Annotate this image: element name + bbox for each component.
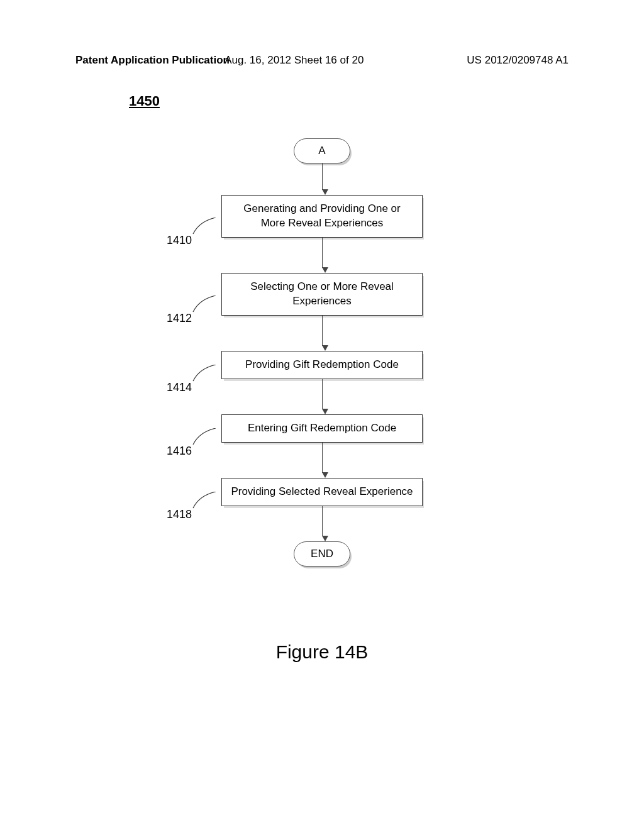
page-header: Patent Application Publication Aug. 16, … <box>0 54 644 67</box>
reference-leader <box>192 428 216 446</box>
flowchart: A Generating and Providing One or More R… <box>0 138 644 567</box>
header-date-sheet: Aug. 16, 2012 Sheet 16 of 20 <box>225 54 364 67</box>
reference-number: 1414 <box>167 381 192 394</box>
process-text: Selecting One or More Reveal Experiences <box>250 280 394 307</box>
process-step: Providing Selected Reveal Experience <box>221 478 423 506</box>
process-text: Providing Selected Reveal Experience <box>231 485 413 497</box>
process-step: Entering Gift Redemption Code <box>221 414 423 443</box>
reference-number: 1416 <box>167 445 192 458</box>
process-text: Providing Gift Redemption Code <box>245 358 399 370</box>
terminal-end-label: END <box>311 548 333 560</box>
process-step: Selecting One or More Reveal Experiences <box>221 273 423 316</box>
figure-caption: Figure 14B <box>0 641 644 663</box>
figure-reference-number: 1450 <box>129 93 160 109</box>
header-publication: Patent Application Publication <box>75 54 230 67</box>
process-text: Entering Gift Redemption Code <box>248 422 396 434</box>
reference-leader <box>192 218 216 235</box>
reference-leader <box>192 365 216 382</box>
reference-number: 1410 <box>167 234 192 247</box>
reference-leader <box>192 296 216 313</box>
terminal-end: END <box>294 541 350 567</box>
header-patent-number: US 2012/0209748 A1 <box>467 54 569 67</box>
terminal-start-label: A <box>318 145 325 157</box>
reference-number: 1412 <box>167 312 192 325</box>
reference-leader <box>192 492 216 509</box>
reference-number: 1418 <box>167 508 192 521</box>
process-text: Generating and Providing One or More Rev… <box>243 202 401 229</box>
process-step: Providing Gift Redemption Code <box>221 351 423 379</box>
process-step: Generating and Providing One or More Rev… <box>221 195 423 238</box>
terminal-start: A <box>294 138 350 163</box>
